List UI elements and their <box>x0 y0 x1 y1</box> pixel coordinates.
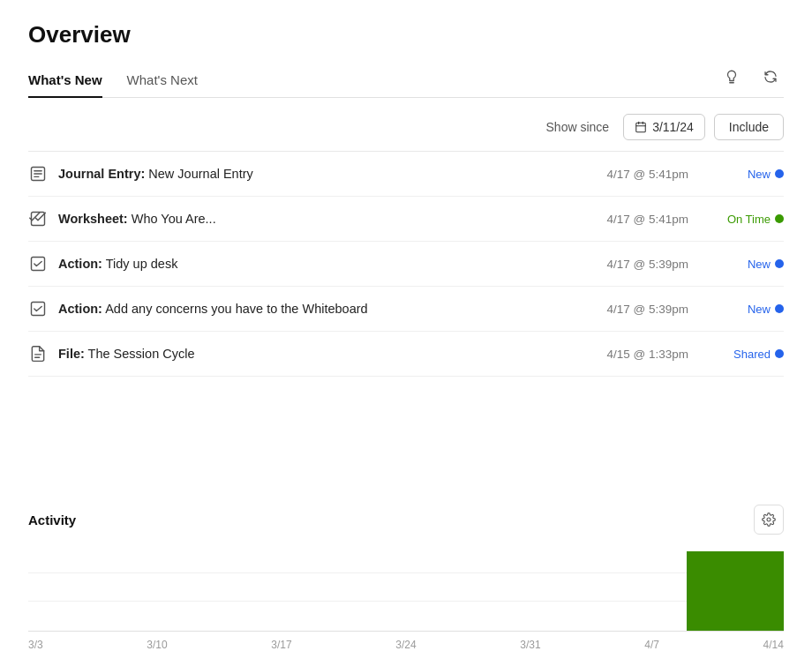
item-badge: On Time <box>713 213 784 226</box>
item-label-rest: Add any concerns you have to the Whitebo… <box>105 302 367 316</box>
x-label: 3/10 <box>147 639 167 651</box>
badge-dot <box>775 169 784 178</box>
tab-whats-next[interactable]: What's Next <box>127 64 198 98</box>
item-label: File: The Session Cycle <box>58 347 596 361</box>
journal-icon <box>28 164 48 183</box>
badge-label: New <box>748 303 771 316</box>
x-label: 3/24 <box>395 639 416 651</box>
item-label-bold: Action: <box>58 302 102 316</box>
item-date: 4/17 @ 5:39pm <box>606 258 688 271</box>
date-picker-button[interactable]: 3/11/24 <box>623 114 705 140</box>
item-label-bold: Action: <box>58 257 102 271</box>
svg-rect-0 <box>636 123 646 132</box>
item-label-rest: The Session Cycle <box>88 347 195 361</box>
tab-actions <box>718 64 784 97</box>
item-date: 4/17 @ 5:39pm <box>606 303 688 316</box>
item-date: 4/17 @ 5:41pm <box>606 213 688 226</box>
svg-rect-9 <box>32 258 45 271</box>
activity-chart <box>28 543 784 632</box>
x-label: 4/14 <box>763 639 784 651</box>
item-label-rest: Tidy up desk <box>106 257 178 271</box>
tab-whats-new[interactable]: What's New <box>28 64 102 98</box>
action-icon <box>28 254 48 273</box>
svg-point-13 <box>767 518 771 521</box>
item-label-rest: Who You Are... <box>132 212 216 226</box>
item-label: Journal Entry: New Journal Entry <box>58 167 596 181</box>
item-badge: New <box>713 258 784 271</box>
x-axis: 3/3 3/10 3/17 3/24 3/31 4/7 4/14 <box>28 632 784 651</box>
item-label-rest: New Journal Entry <box>148 167 252 181</box>
badge-dot <box>775 214 784 223</box>
calendar-icon <box>635 121 647 133</box>
list-item: Action: Tidy up desk 4/17 @ 5:39pm New <box>28 242 784 287</box>
item-date: 4/17 @ 5:41pm <box>606 168 688 181</box>
activity-title: Activity <box>28 513 76 528</box>
list-item: Worksheet: Who You Are... 4/17 @ 5:41pm … <box>28 197 784 242</box>
badge-label: New <box>748 168 771 181</box>
item-label-bold: File: <box>58 347 85 361</box>
lightbulb-button[interactable] <box>718 64 745 90</box>
items-list: Journal Entry: New Journal Entry 4/17 @ … <box>28 151 784 377</box>
item-badge: Shared <box>713 348 784 361</box>
badge-dot <box>775 349 784 358</box>
badge-dot <box>775 304 784 313</box>
activity-section: Activity 3/3 3/10 3/17 3/24 3/31 4/7 4/1… <box>0 492 812 651</box>
item-label-bold: Journal Entry: <box>58 167 145 181</box>
list-item: Journal Entry: New Journal Entry 4/17 @ … <box>28 152 784 197</box>
svg-rect-10 <box>32 303 45 316</box>
activity-header: Activity <box>28 492 784 543</box>
item-label-bold: Worksheet: <box>58 212 128 226</box>
lightbulb-icon <box>724 69 740 85</box>
page-title: Overview <box>28 21 784 49</box>
badge-label: New <box>748 258 771 271</box>
item-date: 4/15 @ 1:33pm <box>606 348 688 361</box>
date-value: 3/11/24 <box>652 120 694 134</box>
item-label: Action: Add any concerns you have to the… <box>58 302 596 316</box>
item-badge: New <box>713 303 784 316</box>
x-label: 3/31 <box>520 639 540 651</box>
action-icon <box>28 299 48 318</box>
show-since-label: Show since <box>546 120 610 134</box>
badge-label: Shared <box>733 348 771 361</box>
tabs-row: What's New What's Next <box>28 63 784 98</box>
include-button[interactable]: Include <box>714 114 784 140</box>
x-label: 3/17 <box>271 639 291 651</box>
worksheet-icon <box>28 209 48 228</box>
badge-label: On Time <box>727 213 771 226</box>
x-label: 3/3 <box>28 639 43 651</box>
item-label: Worksheet: Who You Are... <box>58 212 596 226</box>
list-item: File: The Session Cycle 4/15 @ 1:33pm Sh… <box>28 332 784 377</box>
list-item: Action: Add any concerns you have to the… <box>28 287 784 332</box>
file-icon <box>28 344 48 363</box>
refresh-icon <box>763 69 778 85</box>
item-badge: New <box>713 168 784 181</box>
badge-dot <box>775 259 784 268</box>
refresh-button[interactable] <box>757 64 784 90</box>
x-label: 4/7 <box>644 639 659 651</box>
gear-button[interactable] <box>754 505 784 535</box>
controls-row: Show since 3/11/24 Include <box>28 98 784 151</box>
gear-icon <box>762 513 776 527</box>
chart-bar-4-14 <box>687 551 784 631</box>
item-label: Action: Tidy up desk <box>58 257 596 271</box>
